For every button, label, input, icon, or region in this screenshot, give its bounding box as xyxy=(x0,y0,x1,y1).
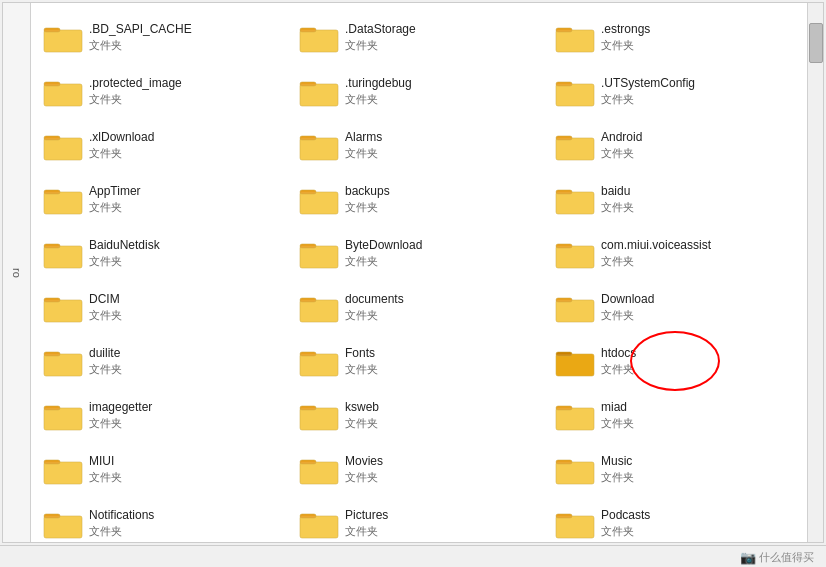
folder-name: baidu xyxy=(601,184,634,200)
folder-item[interactable]: .turingdebug文件夹 xyxy=(291,65,547,117)
folder-icon xyxy=(555,291,595,323)
folder-name: Android xyxy=(601,130,642,146)
folder-type: 文件夹 xyxy=(601,308,654,322)
folder-name: com.miui.voiceassist xyxy=(601,238,711,254)
folder-item[interactable]: Music文件夹 xyxy=(547,443,803,495)
svg-rect-14 xyxy=(300,84,338,106)
folder-item[interactable]: ksweb文件夹 xyxy=(291,389,547,441)
folder-icon xyxy=(299,399,339,431)
svg-rect-77 xyxy=(300,462,338,484)
svg-rect-74 xyxy=(44,462,82,484)
svg-rect-59 xyxy=(300,354,338,376)
folder-icon xyxy=(299,291,339,323)
svg-rect-68 xyxy=(300,408,338,430)
svg-rect-26 xyxy=(556,138,594,160)
folder-text: .xlDownload文件夹 xyxy=(89,130,154,160)
folder-item[interactable]: .UTSystemConfig文件夹 xyxy=(547,65,803,117)
folder-item[interactable]: Podcasts文件夹 xyxy=(547,497,803,542)
svg-rect-80 xyxy=(556,462,594,484)
folder-item[interactable]: Alarms文件夹 xyxy=(291,119,547,171)
folder-name: DCIM xyxy=(89,292,122,308)
left-panel-label: ro xyxy=(11,268,23,278)
folder-text: backups文件夹 xyxy=(345,184,390,214)
folder-item[interactable]: documents文件夹 xyxy=(291,281,547,333)
folder-text: miad文件夹 xyxy=(601,400,634,430)
folder-item[interactable]: BaiduNetdisk文件夹 xyxy=(35,227,291,279)
folder-icon xyxy=(43,507,83,539)
folder-type: 文件夹 xyxy=(89,416,152,430)
scrollbar-thumb[interactable] xyxy=(809,23,823,63)
folder-icon xyxy=(43,237,83,269)
folder-icon xyxy=(43,21,83,53)
folder-text: com.miui.voiceassist文件夹 xyxy=(601,238,711,268)
folder-type: 文件夹 xyxy=(601,362,636,376)
folder-name: .UTSystemConfig xyxy=(601,76,695,92)
folder-text: Alarms文件夹 xyxy=(345,130,382,160)
folder-item[interactable]: Pictures文件夹 xyxy=(291,497,547,542)
folder-type: 文件夹 xyxy=(89,524,154,538)
folder-icon xyxy=(299,75,339,107)
folder-name: imagegetter xyxy=(89,400,152,416)
folder-icon xyxy=(299,507,339,539)
folder-icon xyxy=(555,75,595,107)
folder-item[interactable]: imagegetter文件夹 xyxy=(35,389,291,441)
folder-name: .estrongs xyxy=(601,22,650,38)
folder-type: 文件夹 xyxy=(601,38,650,52)
folder-type: 文件夹 xyxy=(89,200,141,214)
folder-item[interactable]: duilite文件夹 xyxy=(35,335,291,387)
folder-item[interactable]: Notifications文件夹 xyxy=(35,497,291,542)
folder-type: 文件夹 xyxy=(601,254,711,268)
folder-list-area[interactable]: .BD_SAPI_CACHE文件夹 .DataStorage文件夹 .estro… xyxy=(31,3,807,542)
folder-type: 文件夹 xyxy=(601,200,634,214)
folder-item[interactable]: ByteDownload文件夹 xyxy=(291,227,547,279)
watermark: 📷 什么值得买 xyxy=(740,550,814,565)
svg-rect-89 xyxy=(556,516,594,538)
folder-item[interactable]: MIUI文件夹 xyxy=(35,443,291,495)
folder-text: Podcasts文件夹 xyxy=(601,508,650,538)
folder-item[interactable]: AppTimer文件夹 xyxy=(35,173,291,225)
folder-item[interactable]: baidu文件夹 xyxy=(547,173,803,225)
folder-icon xyxy=(43,75,83,107)
folder-icon xyxy=(299,453,339,485)
folder-type: 文件夹 xyxy=(89,362,122,376)
folder-name: .DataStorage xyxy=(345,22,416,38)
folder-item[interactable]: Android文件夹 xyxy=(547,119,803,171)
folder-item[interactable]: DCIM文件夹 xyxy=(35,281,291,333)
folder-icon xyxy=(43,129,83,161)
folder-item[interactable]: backups文件夹 xyxy=(291,173,547,225)
folder-item[interactable]: .estrongs文件夹 xyxy=(547,11,803,63)
folder-icon xyxy=(43,453,83,485)
folder-item[interactable]: htdocs文件夹 xyxy=(547,335,803,387)
folder-type: 文件夹 xyxy=(89,470,122,484)
folder-name: .turingdebug xyxy=(345,76,412,92)
folder-item[interactable]: .protected_image文件夹 xyxy=(35,65,291,117)
folder-item[interactable]: .xlDownload文件夹 xyxy=(35,119,291,171)
folder-text: .BD_SAPI_CACHE文件夹 xyxy=(89,22,192,52)
folder-item[interactable]: .DataStorage文件夹 xyxy=(291,11,547,63)
folder-name: Notifications xyxy=(89,508,154,524)
svg-rect-2 xyxy=(44,30,82,52)
folder-icon xyxy=(299,129,339,161)
svg-rect-23 xyxy=(300,138,338,160)
folder-text: .estrongs文件夹 xyxy=(601,22,650,52)
folder-type: 文件夹 xyxy=(601,92,695,106)
folder-text: AppTimer文件夹 xyxy=(89,184,141,214)
folder-item[interactable]: Movies文件夹 xyxy=(291,443,547,495)
folder-icon xyxy=(43,291,83,323)
folder-type: 文件夹 xyxy=(601,470,634,484)
folder-name: Pictures xyxy=(345,508,388,524)
folder-item[interactable]: Download文件夹 xyxy=(547,281,803,333)
svg-rect-83 xyxy=(44,516,82,538)
folder-item[interactable]: .BD_SAPI_CACHE文件夹 xyxy=(35,11,291,63)
folders-grid: .BD_SAPI_CACHE文件夹 .DataStorage文件夹 .estro… xyxy=(35,11,803,542)
svg-rect-35 xyxy=(556,192,594,214)
folder-type: 文件夹 xyxy=(345,38,416,52)
folder-text: Android文件夹 xyxy=(601,130,642,160)
folder-icon xyxy=(299,21,339,53)
folder-item[interactable]: Fonts文件夹 xyxy=(291,335,547,387)
folder-text: baidu文件夹 xyxy=(601,184,634,214)
folder-item[interactable]: miad文件夹 xyxy=(547,389,803,441)
folder-item[interactable]: com.miui.voiceassist文件夹 xyxy=(547,227,803,279)
scrollbar-track[interactable] xyxy=(807,3,823,542)
svg-rect-38 xyxy=(44,246,82,268)
